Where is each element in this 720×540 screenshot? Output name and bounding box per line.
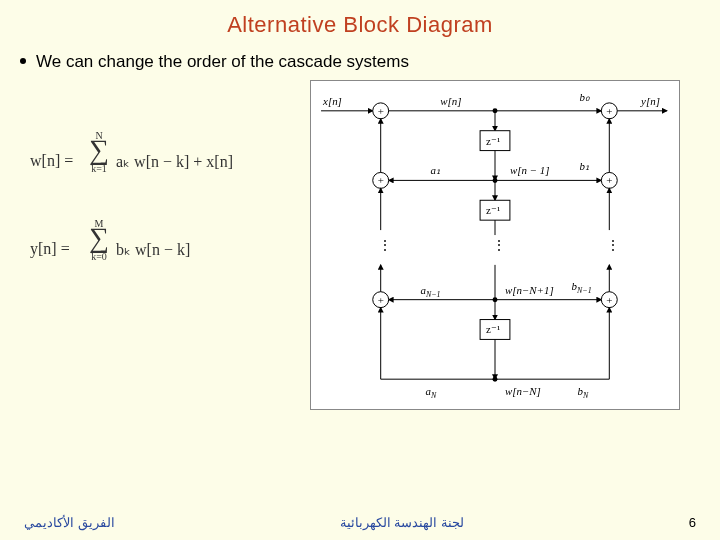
- block-diagram: x[n] + w[n] b₀ + y[n] z⁻¹ a₁ +: [310, 80, 680, 410]
- footer: الفريق الأكاديمي لجنة الهندسة الكهربائية…: [0, 515, 720, 530]
- bullet-text: We can change the order of the cascade s…: [36, 52, 409, 71]
- vdots-center: ⋮: [492, 237, 506, 253]
- label-bNm1: bN−1: [572, 280, 592, 295]
- delay-2: z⁻¹: [486, 204, 500, 216]
- page-title: Alternative Block Diagram: [0, 0, 720, 38]
- label-b1: b₁: [579, 160, 588, 172]
- label-wn1: w[n − 1]: [510, 164, 550, 176]
- equations-column: w[n] = N ∑ k=1 aₖ w[n − k] + x[n] y[n] =…: [10, 80, 280, 410]
- footer-left: الفريق الأكاديمي: [24, 515, 115, 530]
- page-number: 6: [689, 515, 696, 530]
- label-b0: b₀: [579, 91, 589, 103]
- label-aN: aN: [425, 385, 436, 400]
- label-wnN: w[n−N]: [505, 385, 541, 397]
- sigma-icon: ∑: [89, 134, 109, 165]
- label-wn: w[n]: [440, 95, 461, 107]
- eq1-lhs: w[n] =: [30, 152, 73, 170]
- label-bN: bN: [577, 385, 588, 400]
- delay-1: z⁻¹: [486, 135, 500, 147]
- footer-center: لجنة الهندسة الكهربائية: [340, 515, 464, 530]
- eq2-lhs: y[n] =: [30, 240, 70, 258]
- label-a1: a₁: [430, 164, 439, 176]
- equation-y: y[n] = M ∑ k=0 bₖ w[n − k]: [30, 218, 280, 282]
- eq2-rhs: bₖ w[n − k]: [116, 240, 190, 259]
- eq2-sum: M ∑ k=0: [85, 218, 113, 262]
- adder-left-0: +: [378, 105, 384, 117]
- adder-left-n1: +: [378, 294, 384, 306]
- bullet-line: We can change the order of the cascade s…: [0, 38, 720, 80]
- equation-w: w[n] = N ∑ k=1 aₖ w[n − k] + x[n]: [30, 130, 280, 194]
- vdots-right: ⋮: [606, 237, 620, 253]
- label-wnNm1: w[n−N+1]: [505, 284, 554, 296]
- adder-left-1: +: [378, 174, 384, 186]
- eq1-rhs: aₖ w[n − k] + x[n]: [116, 152, 233, 171]
- adder-right-1: +: [606, 174, 612, 186]
- vdots-left: ⋮: [378, 237, 392, 253]
- label-xn: x[n]: [322, 95, 342, 107]
- adder-right-0: +: [606, 105, 612, 117]
- adder-right-n1: +: [606, 294, 612, 306]
- label-yn: y[n]: [640, 95, 660, 107]
- sigma-icon: ∑: [89, 222, 109, 253]
- delay-n: z⁻¹: [486, 323, 500, 335]
- label-aNm1: aN−1: [420, 284, 440, 299]
- bullet-dot: [20, 58, 26, 64]
- eq1-sum: N ∑ k=1: [85, 130, 113, 174]
